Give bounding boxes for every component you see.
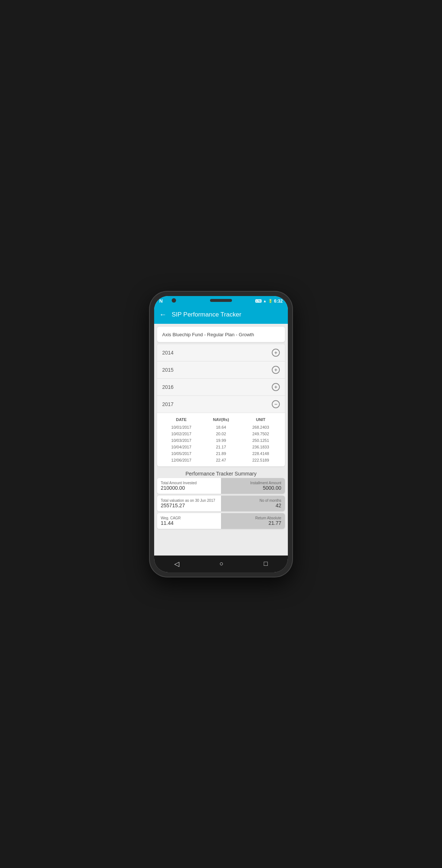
expand-icon-2015[interactable]: + <box>272 366 280 374</box>
table-row: 10/01/2017 18.64 268.2403 <box>159 424 283 431</box>
col-date: DATE <box>161 417 201 422</box>
cell-unit-1: 268.2403 <box>241 425 281 429</box>
cell-date-3: 10/03/2017 <box>161 438 201 443</box>
cell-date-4: 10/04/2017 <box>161 445 201 449</box>
summary-card-2: Total valuation as on 30 Jun 2017 255715… <box>157 496 285 511</box>
summary-right-3: Return Absolute 21.77 <box>221 513 285 529</box>
fund-name: Axis Bluechip Fund - Regular Plan - Grow… <box>162 332 254 337</box>
cell-nav-3: 19.99 <box>201 438 241 443</box>
year-row-2017[interactable]: 2017 − <box>157 396 285 413</box>
summary-section: Performance Tracker Summary Total Amount… <box>157 469 285 529</box>
summary-right-1: Installment Amount 5000.00 <box>221 478 285 494</box>
cell-nav-5: 21.89 <box>201 451 241 456</box>
cell-unit-4: 236.1833 <box>241 445 281 449</box>
time-display: 6:32 <box>274 299 283 304</box>
col-unit: UNIT <box>241 417 281 422</box>
table-row: 10/05/2017 21.89 228.4148 <box>159 450 283 457</box>
expand-icon-2016[interactable]: + <box>272 383 280 391</box>
value-months: 42 <box>225 503 281 508</box>
value-cagr: 11.44 <box>161 520 217 526</box>
speaker <box>210 299 232 302</box>
table-row: 10/04/2017 21.17 236.1833 <box>159 444 283 450</box>
year-row-2014[interactable]: 2014 + <box>157 344 285 361</box>
label-months: No of months <box>225 499 281 503</box>
summary-card-3: Weg. CAGR 11.44 Return Absolute 21.77 <box>157 513 285 529</box>
label-valuation: Total valuation as on 30 Jun 2017 <box>161 499 217 503</box>
fund-name-card: Axis Bluechip Fund - Regular Plan - Grow… <box>157 327 285 342</box>
table-row: 10/03/2017 19.99 250.1251 <box>159 437 283 444</box>
table-header: DATE NAV(Rs) UNIT <box>159 416 283 424</box>
cell-unit-2: 249.7502 <box>241 432 281 436</box>
summary-left-3: Weg. CAGR 11.44 <box>157 513 221 529</box>
nav-recent-button[interactable]: □ <box>264 560 268 568</box>
cell-unit-3: 250.1251 <box>241 438 281 443</box>
cell-unit-6: 222.5189 <box>241 458 281 462</box>
battery-icon: 🔋 <box>268 299 273 303</box>
table-row: 12/06/2017 22.47 222.5189 <box>159 457 283 463</box>
main-content: Axis Bluechip Fund - Regular Plan - Grow… <box>154 324 288 556</box>
screen: N LTE ▲ 🔋 6:32 ← SIP Performance Tracker… <box>154 296 288 572</box>
year-label-2015: 2015 <box>162 367 174 373</box>
year-row-2015[interactable]: 2015 + <box>157 361 285 379</box>
table-row: 10/02/2017 20.02 249.7502 <box>159 431 283 437</box>
year-label-2017: 2017 <box>162 401 174 407</box>
label-cagr: Weg. CAGR <box>161 516 217 520</box>
lte-icon: LTE <box>255 299 262 303</box>
year-label-2016: 2016 <box>162 384 174 390</box>
status-left: N <box>159 298 163 304</box>
label-installment: Installment Amount <box>225 481 281 485</box>
cell-nav-2: 20.02 <box>201 432 241 436</box>
status-right: LTE ▲ 🔋 6:32 <box>255 299 283 304</box>
phone-frame: N LTE ▲ 🔋 6:32 ← SIP Performance Tracker… <box>150 292 292 577</box>
col-nav: NAV(Rs) <box>201 417 241 422</box>
cell-nav-4: 21.17 <box>201 445 241 449</box>
cell-nav-6: 22.47 <box>201 458 241 462</box>
cell-unit-5: 228.4148 <box>241 451 281 456</box>
summary-left-2: Total valuation as on 30 Jun 2017 255715… <box>157 496 221 511</box>
value-valuation: 255715.27 <box>161 503 217 508</box>
label-total-invested: Total Amount Invested <box>161 481 217 485</box>
bottom-nav: ◁ ○ □ <box>154 556 288 572</box>
app-title: SIP Performance Tracker <box>172 311 241 318</box>
network-logo: N <box>159 298 163 304</box>
year-label-2014: 2014 <box>162 350 174 356</box>
value-total-invested: 210000.00 <box>161 485 217 491</box>
nav-back-button[interactable]: ◁ <box>174 560 179 568</box>
year-row-2016[interactable]: 2016 + <box>157 379 285 396</box>
nav-home-button[interactable]: ○ <box>220 560 224 568</box>
value-return: 21.77 <box>225 520 281 526</box>
camera <box>172 298 176 303</box>
value-installment: 5000.00 <box>225 485 281 491</box>
label-return: Return Absolute <box>225 516 281 520</box>
summary-right-2: No of months 42 <box>221 496 285 511</box>
cell-date-2: 10/02/2017 <box>161 432 201 436</box>
cell-date-6: 12/06/2017 <box>161 458 201 462</box>
app-bar: ← SIP Performance Tracker <box>154 306 288 324</box>
summary-title: Performance Tracker Summary <box>157 469 285 478</box>
signal-icon: ▲ <box>263 299 267 303</box>
phone-screen: N LTE ▲ 🔋 6:32 ← SIP Performance Tracker… <box>154 296 288 572</box>
summary-left-1: Total Amount Invested 210000.00 <box>157 478 221 494</box>
expand-icon-2014[interactable]: + <box>272 349 280 357</box>
cell-nav-1: 18.64 <box>201 425 241 429</box>
year-accordion: 2014 + 2015 + 2016 + 2017 − <box>157 344 285 466</box>
cell-date-5: 10/05/2017 <box>161 451 201 456</box>
collapse-icon-2017[interactable]: − <box>272 400 280 408</box>
summary-card-1: Total Amount Invested 210000.00 Installm… <box>157 478 285 494</box>
cell-date-1: 10/01/2017 <box>161 425 201 429</box>
back-button[interactable]: ← <box>159 310 167 319</box>
year-2017-table: DATE NAV(Rs) UNIT 10/01/2017 18.64 268.2… <box>157 413 285 466</box>
